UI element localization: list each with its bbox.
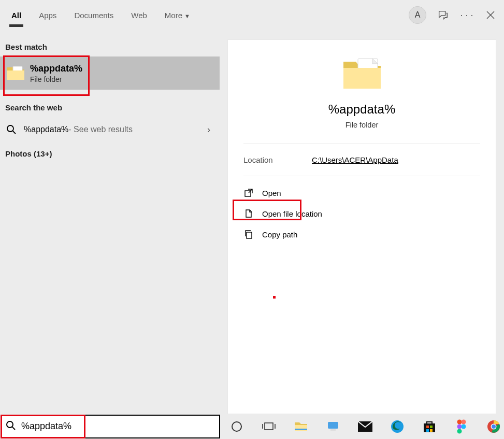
web-result-suffix: - See web results: [68, 125, 133, 134]
chevron-right-icon: ›: [207, 124, 210, 135]
svg-rect-8: [295, 429, 307, 430]
tab-apps[interactable]: Apps: [35, 3, 61, 27]
close-icon[interactable]: [483, 8, 498, 22]
header-controls: A · · ·: [409, 6, 498, 24]
action-open-location-label: Open file location: [262, 209, 322, 218]
best-match-result[interactable]: %appdata% File folder: [0, 56, 220, 90]
search-input[interactable]: [21, 421, 215, 432]
chevron-down-icon: ▼: [184, 13, 190, 19]
copy-icon: [243, 229, 254, 239]
web-result-item[interactable]: %appdata% - See web results ›: [0, 117, 220, 142]
tab-more[interactable]: More▼: [161, 3, 194, 27]
preview-pane: %appdata% File folder Location C:\Users\…: [220, 29, 504, 414]
folder-large-icon: [243, 54, 480, 93]
content-area: Best match %appdata% File folder Search …: [0, 29, 504, 414]
more-options-icon[interactable]: · · ·: [459, 8, 474, 22]
microsoft-store-icon[interactable]: [422, 419, 437, 434]
svg-rect-10: [330, 429, 336, 431]
preview-title: %appdata%: [243, 102, 480, 117]
location-row: Location C:\Users\ACER\AppData: [243, 144, 480, 176]
svg-point-5: [7, 421, 13, 428]
annotation-dot: [273, 296, 276, 299]
svg-point-20: [457, 424, 462, 429]
action-copy-path[interactable]: Copy path: [243, 224, 480, 245]
svg-rect-14: [426, 426, 429, 428]
preview-card: %appdata% File folder Location C:\Users\…: [227, 39, 496, 414]
svg-point-19: [462, 420, 466, 424]
svg-rect-13: [424, 423, 435, 432]
web-result-query: %appdata%: [24, 125, 68, 134]
svg-rect-7: [265, 423, 273, 430]
search-icon: [5, 123, 18, 136]
svg-point-18: [457, 420, 462, 424]
search-icon: [6, 420, 16, 433]
task-view-icon[interactable]: [262, 419, 276, 434]
location-path[interactable]: C:\Users\ACER\AppData: [312, 155, 398, 164]
cortana-icon[interactable]: [229, 419, 244, 434]
best-match-subtitle: File folder: [30, 75, 82, 83]
action-open-location[interactable]: Open file location: [243, 203, 480, 224]
search-input-wrap[interactable]: [1, 415, 220, 438]
svg-point-21: [462, 424, 466, 429]
svg-rect-9: [328, 422, 338, 429]
svg-rect-15: [430, 426, 433, 428]
preview-subtitle: File folder: [243, 121, 480, 129]
tab-all[interactable]: All: [7, 3, 25, 27]
tab-row: All Apps Documents Web More▼: [7, 3, 194, 27]
settings-shortcut-icon[interactable]: [326, 419, 340, 434]
best-match-text: %appdata% File folder: [30, 63, 82, 83]
results-pane: Best match %appdata% File folder Search …: [0, 29, 220, 414]
user-avatar[interactable]: A: [409, 6, 426, 24]
svg-rect-4: [247, 232, 252, 238]
folder-icon: [5, 63, 26, 83]
mail-icon[interactable]: [358, 419, 372, 434]
search-web-heading: Search the web: [0, 90, 220, 117]
open-icon: [243, 188, 254, 198]
svg-point-25: [492, 424, 496, 429]
action-open[interactable]: Open: [243, 182, 480, 203]
tab-web[interactable]: Web: [127, 3, 151, 27]
feedback-icon[interactable]: [436, 8, 450, 22]
action-open-label: Open: [262, 189, 281, 197]
taskbar: [0, 414, 504, 439]
tab-more-label: More: [165, 11, 182, 20]
svg-point-22: [457, 429, 462, 434]
edge-icon[interactable]: [390, 419, 405, 434]
svg-rect-17: [430, 429, 433, 432]
taskbar-icons: [220, 419, 501, 434]
photos-heading[interactable]: Photos (13+): [0, 142, 220, 165]
file-explorer-icon[interactable]: [294, 419, 308, 434]
tab-documents[interactable]: Documents: [70, 3, 118, 27]
figma-icon[interactable]: [454, 419, 469, 434]
svg-rect-16: [426, 429, 429, 432]
best-match-heading: Best match: [0, 29, 220, 56]
header-bar: All Apps Documents Web More▼ A · · ·: [0, 0, 504, 29]
svg-point-1: [7, 125, 13, 132]
svg-point-6: [232, 422, 241, 431]
action-copy-path-label: Copy path: [262, 230, 297, 239]
chrome-icon[interactable]: [486, 419, 501, 434]
open-location-icon: [243, 208, 254, 219]
location-label: Location: [243, 155, 312, 164]
best-match-title: %appdata%: [30, 63, 82, 74]
